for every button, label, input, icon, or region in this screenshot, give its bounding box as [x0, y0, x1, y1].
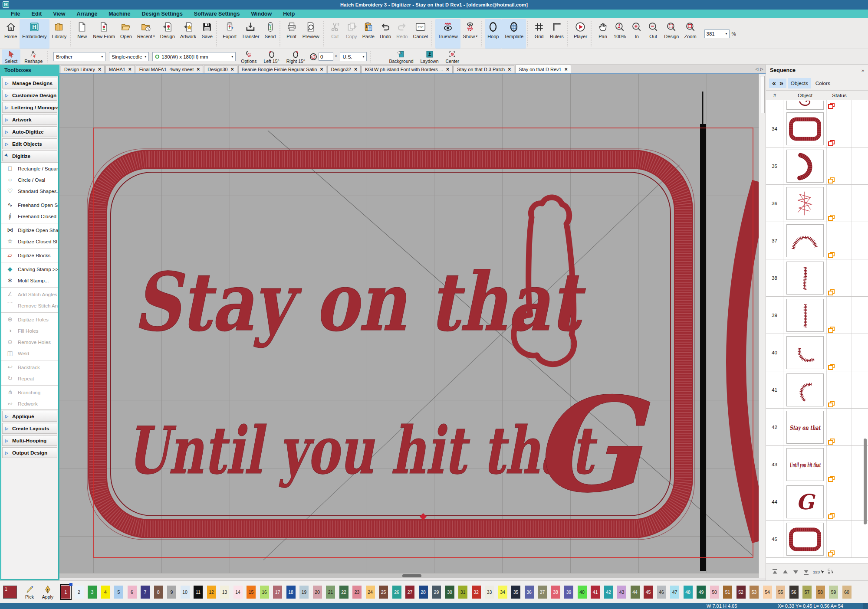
rulers-button[interactable]: Rulers	[547, 19, 566, 49]
menu-window[interactable]: Window	[245, 11, 277, 17]
color-swatch-35[interactable]: 35	[511, 586, 520, 599]
open-button[interactable]: Open	[118, 19, 135, 49]
sequence-tab-colors[interactable]: Colors	[812, 78, 833, 88]
tab-maha1[interactable]: MAHA1×	[105, 65, 135, 73]
color-swatch-47[interactable]: 47	[670, 586, 679, 599]
preview-button[interactable]: Preview	[300, 19, 322, 49]
sequence-row-37[interactable]: 37	[766, 222, 868, 259]
sequence-row-object[interactable]	[783, 334, 827, 371]
sequence-row-object[interactable]	[783, 521, 827, 557]
transfer-button[interactable]: Transfer	[239, 19, 262, 49]
panel-expand-icon[interactable]: »	[861, 68, 864, 73]
in-button[interactable]: In	[628, 19, 645, 49]
out-button[interactable]: Out	[645, 19, 661, 49]
sequence-row-42[interactable]: 42Stay on that	[766, 409, 868, 446]
sequence-row-object[interactable]	[783, 259, 827, 296]
tab-design-library[interactable]: Design Library×	[61, 65, 105, 73]
sequence-row-39[interactable]: 39	[766, 297, 868, 334]
color-swatch-50[interactable]: 50	[710, 586, 719, 599]
background-button[interactable]: Background	[386, 49, 416, 64]
sequence-row-object[interactable]	[783, 297, 827, 334]
tab-close-icon[interactable]: ×	[231, 66, 234, 72]
color-swatch-43[interactable]: 43	[617, 586, 626, 599]
tab-scroll-right-icon[interactable]: ▷	[760, 67, 763, 71]
color-apply-button[interactable]: Apply	[39, 585, 57, 599]
cancel-button[interactable]: EscCancel	[410, 19, 430, 49]
color-swatch-44[interactable]: 44	[631, 586, 640, 599]
canvas-vscrollbar[interactable]	[759, 74, 766, 578]
sequence-row-41[interactable]: 41	[766, 371, 868, 409]
color-swatch-11[interactable]: 11	[194, 586, 203, 599]
menu-file[interactable]: File	[5, 11, 26, 17]
sequence-row-40[interactable]: 40	[766, 334, 868, 371]
rotate-angle-input[interactable]	[319, 52, 333, 61]
grid-button[interactable]: Grid	[531, 19, 547, 49]
color-swatch-25[interactable]: 25	[379, 586, 388, 599]
toolbox-group-digitize[interactable]: ▶Digitize	[2, 151, 57, 161]
artwork-button[interactable]: Artwork	[178, 19, 199, 49]
machine-select[interactable]: Brother▾	[53, 52, 105, 61]
toolbox-group-create-layouts[interactable]: ▷Create Layouts	[2, 423, 57, 434]
toolbox-group-output-design[interactable]: ▷Output Design	[2, 447, 57, 458]
hoop-select[interactable]: O130(W) x 180(H) mm ▾	[152, 52, 236, 61]
tab-close-icon[interactable]: ×	[320, 66, 323, 72]
color-swatch-12[interactable]: 12	[207, 586, 216, 599]
tab-stay-on-that-d-rev1[interactable]: Stay on that D Rev1×	[515, 65, 571, 73]
laydown-button[interactable]: Laydown	[417, 49, 441, 64]
color-swatch-46[interactable]: 46	[657, 586, 666, 599]
tab-close-icon[interactable]: ×	[197, 66, 200, 72]
export-button[interactable]: Export	[220, 19, 239, 49]
menu-design-settings[interactable]: Design Settings	[136, 11, 188, 17]
tab-design30[interactable]: Design30×	[204, 65, 237, 73]
toolbox-group-multi-hooping[interactable]: ▷Multi-Hooping	[2, 435, 57, 446]
tab-final-mafa1-4way-sheet[interactable]: Final MAFA1- 4way sheet×	[136, 65, 203, 73]
sequence-scrollbar[interactable]	[863, 100, 867, 563]
sequence-row-partial[interactable]	[766, 100, 868, 110]
menu-software-settings[interactable]: Software Settings	[188, 11, 246, 17]
zoom-button[interactable]: Zoom	[681, 19, 699, 49]
needle-select[interactable]: Single-needle▾	[109, 52, 149, 61]
trueview-button[interactable]: TrueView	[435, 19, 460, 49]
move-to-end-button[interactable]	[802, 568, 810, 576]
tool-freehand-closed-s[interactable]: ∮Freehand Closed S...	[1, 210, 58, 222]
toolbox-group-customize-design[interactable]: ▷Customize Design	[2, 90, 57, 101]
design-canvas[interactable]: Stay on that Until you hit that G	[59, 74, 759, 578]
hoop-options-button[interactable]: Options	[238, 49, 260, 64]
color-swatch-18[interactable]: 18	[286, 586, 296, 599]
color-swatch-48[interactable]: 48	[684, 586, 693, 599]
sequence-scroll-thumb[interactable]	[864, 439, 867, 524]
tool-carving-stamp[interactable]: ◆Carving Stamp >>	[1, 262, 58, 275]
sequence-row-object[interactable]	[783, 185, 827, 222]
menu-machine[interactable]: Machine	[103, 11, 136, 17]
sequence-row-35[interactable]: 35	[766, 147, 868, 185]
color-swatch-20[interactable]: 20	[313, 586, 322, 599]
color-swatch-38[interactable]: 38	[551, 586, 560, 599]
hscroll-thumb[interactable]	[402, 574, 421, 577]
resequence-by-select-button[interactable]	[827, 568, 835, 576]
color-swatch-49[interactable]: 49	[697, 586, 706, 599]
sequence-row-44[interactable]: 44G	[766, 483, 868, 521]
color-swatch-34[interactable]: 34	[498, 586, 507, 599]
color-swatch-30[interactable]: 30	[445, 586, 454, 599]
sequence-tab-objects[interactable]: Objects	[788, 78, 811, 88]
color-swatch-36[interactable]: 36	[525, 586, 534, 599]
zoom-level-select[interactable]: 381▾	[704, 29, 730, 38]
send-button[interactable]: Send	[262, 19, 279, 49]
hoop-button[interactable]: Hoop	[485, 19, 501, 49]
toolbox-group-artwork[interactable]: ▷Artwork	[2, 114, 57, 125]
vscroll-thumb[interactable]	[760, 76, 765, 113]
new-from-button[interactable]: New From	[90, 19, 118, 49]
tab-close-icon[interactable]: ×	[128, 66, 132, 72]
units-select[interactable]: U.S.▾	[340, 52, 367, 61]
color-swatch-54[interactable]: 54	[763, 586, 772, 599]
recent-button[interactable]: Recent▾	[135, 19, 158, 49]
sequence-row-object[interactable]	[783, 100, 827, 110]
move-to-start-button[interactable]	[771, 568, 779, 576]
reshape-button[interactable]: Reshape	[21, 49, 46, 64]
color-swatch-24[interactable]: 24	[366, 586, 375, 599]
library-button[interactable]: Library	[49, 19, 69, 49]
rotate-left-15-button[interactable]: Left 15°	[260, 49, 282, 64]
tab-beanie-boogie-fishie-regular-satin[interactable]: Beanie Boogie Fishie Regular Satin×	[238, 65, 327, 73]
color-swatch-14[interactable]: 14	[233, 586, 243, 599]
menu-arrange[interactable]: Arrange	[71, 11, 103, 17]
